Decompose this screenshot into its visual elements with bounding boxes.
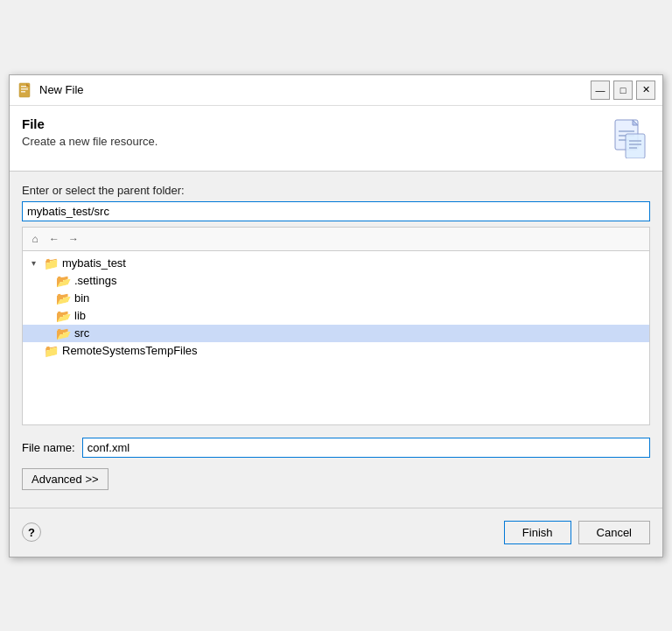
title-bar-icon bbox=[17, 81, 34, 99]
cancel-button[interactable]: Cancel bbox=[578, 521, 650, 544]
tree-item-label: src bbox=[74, 326, 89, 340]
tree-item[interactable]: 📂 bin bbox=[23, 290, 649, 307]
svg-rect-3 bbox=[21, 91, 25, 93]
svg-rect-12 bbox=[629, 144, 641, 145]
svg-rect-10 bbox=[626, 134, 645, 158]
tree-item-label: RemoteSystemsTempFiles bbox=[62, 344, 198, 357]
folder-icon: 📂 bbox=[56, 274, 71, 288]
file-name-label: File name: bbox=[22, 441, 75, 454]
parent-folder-input[interactable] bbox=[22, 201, 650, 221]
body-section: Enter or select the parent folder: ⌂ ← →… bbox=[10, 172, 662, 490]
footer: ? Finish Cancel bbox=[10, 508, 662, 557]
svg-rect-13 bbox=[629, 147, 637, 149]
folder-icon: 📂 bbox=[56, 291, 71, 305]
tree-item-label: lib bbox=[74, 309, 86, 322]
tree-toolbar: ⌂ ← → bbox=[22, 227, 650, 250]
file-name-input[interactable] bbox=[82, 438, 650, 458]
parent-folder-label: Enter or select the parent folder: bbox=[22, 184, 650, 197]
advanced-button[interactable]: Advanced >> bbox=[22, 468, 108, 490]
project-icon: 📁 bbox=[44, 256, 59, 270]
title-bar: New File — □ ✕ bbox=[10, 75, 662, 106]
tree-item-selected[interactable]: 📂 src bbox=[23, 325, 649, 342]
finish-button[interactable]: Finish bbox=[504, 521, 571, 544]
tree-item-label: mybatis_test bbox=[62, 256, 126, 270]
new-file-dialog: New File — □ ✕ File Create a new file re… bbox=[9, 74, 663, 557]
tree-item-label: bin bbox=[74, 291, 89, 305]
header-text: File Create a new file resource. bbox=[22, 116, 158, 148]
header-title: File bbox=[22, 116, 158, 131]
title-bar-controls: — □ ✕ bbox=[591, 81, 655, 100]
help-button[interactable]: ? bbox=[22, 522, 41, 542]
project-icon: 📁 bbox=[44, 344, 59, 358]
close-button[interactable]: ✕ bbox=[636, 81, 655, 100]
back-button[interactable]: ← bbox=[46, 230, 63, 248]
svg-rect-7 bbox=[619, 130, 634, 132]
svg-rect-11 bbox=[629, 140, 641, 142]
folder-icon: 📂 bbox=[56, 309, 71, 323]
footer-left: ? bbox=[22, 522, 41, 542]
home-button[interactable]: ⌂ bbox=[26, 230, 44, 248]
tree-item[interactable]: ▾ 📁 mybatis_test bbox=[23, 255, 649, 272]
tree-item[interactable]: 📂 lib bbox=[23, 307, 649, 325]
title-bar-text: New File bbox=[39, 83, 585, 96]
folder-icon: 📂 bbox=[56, 326, 71, 340]
folder-tree[interactable]: ▾ 📁 mybatis_test 📂 .settings 📂 bin 📂 lib bbox=[22, 250, 650, 425]
collapse-icon: ▾ bbox=[32, 258, 44, 268]
document-icon bbox=[608, 116, 650, 158]
maximize-button[interactable]: □ bbox=[613, 81, 633, 100]
tree-item[interactable]: 📁 RemoteSystemsTempFiles bbox=[23, 342, 649, 360]
footer-right: Finish Cancel bbox=[504, 521, 650, 544]
forward-button[interactable]: → bbox=[65, 230, 82, 248]
minimize-button[interactable]: — bbox=[591, 81, 610, 100]
header-section: File Create a new file resource. bbox=[10, 106, 662, 172]
svg-rect-2 bbox=[21, 88, 28, 90]
file-name-row: File name: bbox=[22, 438, 650, 458]
tree-item-label: .settings bbox=[74, 274, 116, 287]
header-description: Create a new file resource. bbox=[22, 135, 158, 148]
tree-item[interactable]: 📂 .settings bbox=[23, 272, 649, 290]
